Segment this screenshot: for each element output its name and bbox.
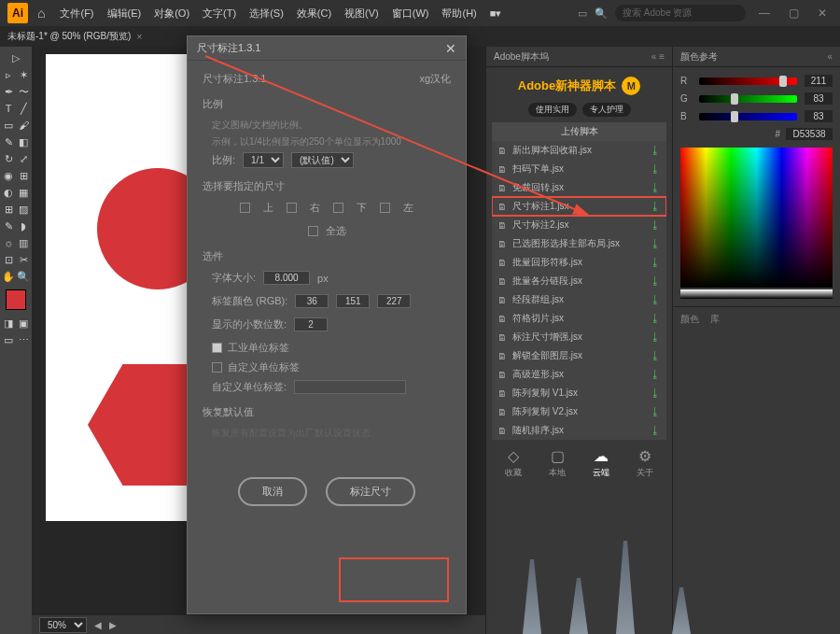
document-tab[interactable]: 未标题-1* @ 50% (RGB/预览)	[7, 30, 131, 43]
nav-local[interactable]: ▢本地	[549, 447, 566, 479]
scale-preset-select[interactable]: (默认值)	[291, 152, 354, 168]
tool-free[interactable]: ⊞	[17, 168, 30, 183]
script-item[interactable]: 🗎新出脚本回收箱.jsx⭳	[492, 141, 666, 160]
nav-favorites[interactable]: ◇收藏	[505, 447, 522, 479]
tool-more[interactable]: ⋯	[17, 332, 30, 347]
font-size-input[interactable]	[263, 271, 310, 285]
value-b[interactable]: 83	[805, 110, 833, 122]
menu-file[interactable]: 文件(F)	[54, 3, 99, 24]
script-item[interactable]: 🗎陈列复制 V1.jsx⭳	[492, 384, 666, 402]
script-item[interactable]: 🗎符格切片.jsx⭳	[492, 309, 666, 328]
tool-brush[interactable]: 🖌	[17, 118, 30, 133]
download-icon[interactable]: ⭳	[650, 218, 661, 232]
decimals-input[interactable]	[294, 317, 328, 331]
chk-left[interactable]	[380, 203, 390, 213]
script-item[interactable]: 🗎批量各分链段.jsx⭳	[492, 272, 666, 290]
close-icon[interactable]: ✕	[812, 7, 833, 20]
menu-window[interactable]: 窗口(W)	[386, 3, 435, 24]
search-icon[interactable]: 🔍	[595, 7, 608, 20]
tool-symbol[interactable]: ☼	[2, 235, 15, 250]
nav-prev-icon[interactable]: ◀	[94, 620, 102, 630]
tool-gradient[interactable]: ▨	[17, 202, 30, 217]
menu-type[interactable]: 文字(T)	[197, 3, 242, 24]
tool-shaper[interactable]: ✎	[2, 134, 15, 149]
max-icon[interactable]: ▢	[783, 7, 805, 20]
chk-bottom[interactable]	[333, 203, 343, 213]
tool-eyedropper[interactable]: ✎	[2, 218, 15, 233]
download-icon[interactable]: ⭳	[650, 256, 661, 269]
chk-top[interactable]	[240, 203, 250, 213]
nav-next-icon[interactable]: ▶	[109, 620, 117, 630]
script-item[interactable]: 🗎高级巡形.jsx⭳	[492, 365, 666, 384]
arrange-icon[interactable]: ▭	[578, 7, 587, 20]
ok-button[interactable]: 标注尺寸	[326, 477, 415, 506]
script-item[interactable]: 🗎尺寸标注2.jsx⭳	[492, 216, 666, 234]
tool-zoom[interactable]: 🔍	[17, 269, 30, 284]
menu-object[interactable]: 对象(O)	[148, 3, 195, 24]
download-icon[interactable]: ⭳	[650, 200, 661, 213]
tool-slice[interactable]: ✂	[17, 252, 30, 267]
menu-extra[interactable]: ■▾	[484, 4, 508, 23]
tool-direct[interactable]: ▹	[2, 67, 15, 82]
tool-mode-1[interactable]: ◨	[2, 316, 15, 331]
tab-close-icon[interactable]: ×	[136, 32, 142, 42]
custom-unit-input[interactable]	[294, 380, 406, 394]
download-icon[interactable]: ⭳	[650, 331, 661, 344]
color-strip[interactable]	[680, 289, 833, 299]
download-icon[interactable]: ⭳	[650, 387, 661, 400]
tool-rotate[interactable]: ↻	[2, 151, 15, 166]
download-icon[interactable]: ⭳	[650, 293, 661, 306]
search-input[interactable]: 搜索 Adobe 资源	[615, 5, 746, 21]
dialog-titlebar[interactable]: 尺寸标注1.3.1 ✕	[188, 36, 466, 61]
menu-view[interactable]: 视图(V)	[339, 3, 385, 24]
tool-eraser[interactable]: ◧	[17, 134, 30, 149]
tool-rect[interactable]: ▭	[2, 118, 15, 133]
tool-magic[interactable]: ✶	[17, 67, 30, 82]
color-g-input[interactable]	[336, 294, 370, 308]
panel-collapse-icon[interactable]: « ≡	[651, 51, 665, 62]
download-icon[interactable]: ⭳	[650, 144, 661, 157]
script-item[interactable]: 🗎陈列复制 V2.jsx⭳	[492, 402, 666, 421]
tool-curve[interactable]: 〜	[17, 84, 30, 99]
download-icon[interactable]: ⭳	[650, 162, 661, 176]
menu-select[interactable]: 选择(S)	[244, 3, 289, 24]
nav-about[interactable]: ⚙关于	[637, 447, 653, 479]
script-item[interactable]: 🗎已选图形选择主部布局.jsx⭳	[492, 234, 666, 253]
value-r[interactable]: 211	[805, 75, 833, 87]
tool-artboard[interactable]: ⊡	[2, 252, 15, 267]
script-item[interactable]: 🗎免裁回转.jsx⭳	[492, 178, 666, 197]
min-icon[interactable]: —	[753, 7, 776, 20]
menu-edit[interactable]: 编辑(E)	[102, 3, 147, 24]
download-icon[interactable]: ⭳	[650, 181, 661, 194]
script-item[interactable]: 🗎标注尺寸增强.jsx⭳	[492, 328, 666, 346]
download-icon[interactable]: ⭳	[650, 405, 661, 418]
tool-perspective[interactable]: ▦	[17, 185, 30, 200]
hex-value[interactable]: D53538	[786, 128, 833, 140]
tool-screen[interactable]: ▭	[2, 332, 15, 347]
script-item[interactable]: 🗎尺寸标注1.jsx⭳	[492, 197, 666, 216]
value-g[interactable]: 83	[805, 92, 833, 105]
zoom-select[interactable]: 50%	[39, 617, 87, 633]
script-item[interactable]: 🗎批量回形符移.jsx⭳	[492, 253, 666, 272]
chk-right[interactable]	[287, 203, 297, 213]
script-item[interactable]: 🗎经段群组.jsx⭳	[492, 290, 666, 309]
nav-cloud[interactable]: ☁云端	[593, 447, 609, 479]
color-b-input[interactable]	[377, 294, 411, 308]
script-item[interactable]: 🗎解锁全部图层.jsx⭳	[492, 346, 666, 365]
tool-type[interactable]: T	[2, 101, 15, 116]
tool-scale[interactable]: ⤢	[17, 151, 30, 166]
tool-mesh[interactable]: ⊞	[2, 202, 15, 217]
cancel-button[interactable]: 取消	[238, 477, 307, 506]
tool-line[interactable]: ╱	[17, 101, 30, 116]
chk-industrial[interactable]	[212, 343, 222, 353]
tool-blend[interactable]: ◗	[17, 218, 30, 233]
script-item[interactable]: 🗎随机排序.jsx⭳	[492, 421, 666, 440]
tool-hand[interactable]: ✋	[2, 269, 15, 284]
download-icon[interactable]: ⭳	[650, 368, 661, 381]
color-r-input[interactable]	[295, 294, 329, 308]
tool-mode-2[interactable]: ▣	[17, 316, 30, 331]
slider-b[interactable]	[699, 113, 797, 120]
download-icon[interactable]: ⭳	[650, 349, 661, 362]
tool-shape-builder[interactable]: ◐	[2, 185, 15, 200]
dialog-close-icon[interactable]: ✕	[445, 41, 456, 56]
